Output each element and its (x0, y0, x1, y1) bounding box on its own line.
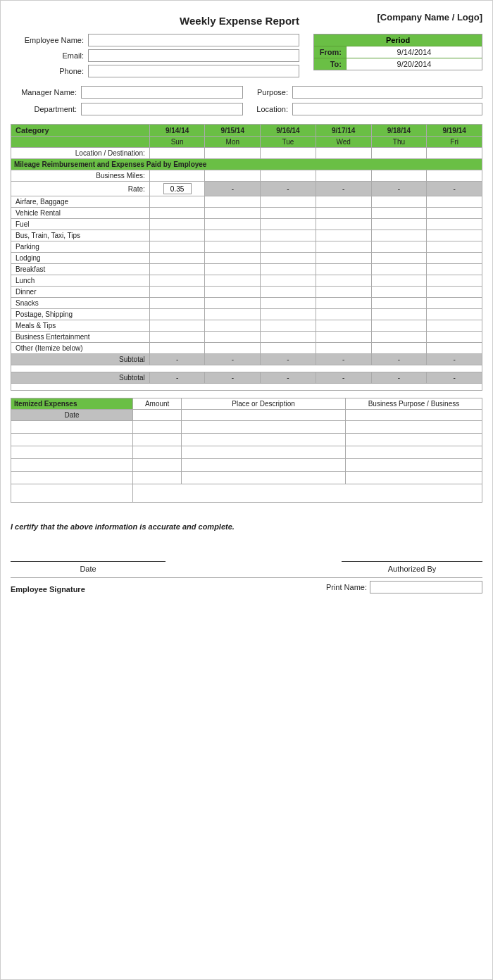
rate-input[interactable] (163, 183, 192, 194)
table-header-days: Sun Mon Tue Wed Thu Fri (11, 137, 482, 148)
day-col-2: Tue (261, 137, 316, 148)
form-left: Employee Name: Email: Phone: (11, 34, 299, 80)
location-input[interactable] (292, 103, 482, 115)
airfare-mon[interactable] (205, 196, 261, 208)
manager-input[interactable] (81, 86, 243, 99)
cat-entertainment: Business Entertainment (11, 332, 150, 343)
loc-sun[interactable] (149, 148, 205, 159)
airfare-wed[interactable] (316, 196, 371, 208)
subtotal-label-1: Subtotal (11, 354, 150, 365)
page-title: Weekly Expense Report (123, 12, 356, 27)
table-row: Breakfast (11, 264, 482, 275)
department-label: Department: (11, 105, 81, 113)
table-row: Bus, Train, Taxi, Tips (11, 230, 482, 241)
table-row: Business Entertainment (11, 332, 482, 343)
table-row: Snacks (11, 298, 482, 309)
day-col-0: Sun (149, 137, 205, 148)
sub2-sun: - (149, 372, 205, 384)
rate-dash-2: - (261, 182, 316, 196)
purpose-input[interactable] (292, 86, 482, 99)
cat-snacks: Snacks (11, 298, 150, 309)
print-name-row: Print Name: (326, 581, 482, 593)
purpose-label: Purpose: (250, 88, 292, 96)
purpose-row: Purpose: (250, 86, 482, 99)
itemized-place-header: Place or Description (182, 398, 346, 410)
itemized-header-row: Itemized Expenses Amount Place or Descri… (11, 398, 482, 410)
print-name-label: Print Name: (326, 583, 367, 591)
expense-table: Category 9/14/14 9/15/14 9/16/14 9/17/14… (11, 124, 482, 391)
sub1-mon: - (205, 354, 261, 365)
airfare-tue[interactable] (261, 196, 316, 208)
email-input[interactable] (88, 49, 299, 62)
sub2-mon: - (205, 372, 261, 384)
loc-tue[interactable] (261, 148, 316, 159)
airfare-sun[interactable] (149, 196, 205, 208)
top-form: Employee Name: Email: Phone: Period From… (11, 34, 482, 80)
airfare-fri[interactable] (427, 196, 482, 208)
cat-lodging: Lodging (11, 253, 150, 264)
table-row: Parking (11, 241, 482, 253)
date-col-4: 9/18/14 (371, 125, 427, 137)
period-box: Period From: 9/14/2014 To: 9/20/2014 (313, 34, 482, 80)
itemized-date-label: Date (11, 410, 133, 421)
header: Weekly Expense Report [Company Name / Lo… (11, 12, 482, 27)
miles-fri[interactable] (427, 170, 482, 182)
employee-sig-line (11, 548, 166, 562)
table-row: Fuel (11, 219, 482, 230)
subtotal-row-2: Subtotal - - - - - - (11, 372, 482, 384)
department-row: Department: (11, 103, 243, 115)
table-row: Dinner (11, 287, 482, 298)
loc-mon[interactable] (205, 148, 261, 159)
authorized-sig-label: Authorized By (342, 565, 482, 573)
cat-other: Other (Itemize below) (11, 343, 150, 354)
miles-mon[interactable] (205, 170, 261, 182)
itemized-header-label: Itemized Expenses (11, 398, 133, 410)
cat-dinner: Dinner (11, 287, 150, 298)
period-to-value[interactable]: 9/20/2014 (346, 58, 482, 70)
miles-tue[interactable] (261, 170, 316, 182)
business-miles-label: Business Miles: (11, 170, 150, 182)
category-header: Category (11, 125, 150, 137)
itemized-table: Itemized Expenses Amount Place or Descri… (11, 398, 482, 503)
sig-label-row: Date Authorized By (11, 565, 482, 573)
phone-input[interactable] (88, 65, 299, 77)
location-row: Location: (250, 103, 482, 115)
date-col-2: 9/16/14 (261, 125, 316, 137)
print-name-input[interactable] (370, 581, 482, 593)
miles-wed[interactable] (316, 170, 371, 182)
airfare-thu[interactable] (371, 196, 427, 208)
rate-row: Rate: - - - - - (11, 182, 482, 196)
period-from-value[interactable]: 9/14/2014 (346, 46, 482, 58)
employee-name-input[interactable] (88, 34, 299, 46)
authorized-sig-line (342, 548, 482, 562)
date-col-0: 9/14/14 (149, 125, 205, 137)
table-row: Airfare, Baggage (11, 196, 482, 208)
certification-text: I certify that the above information is … (11, 515, 482, 535)
miles-sun[interactable] (149, 170, 205, 182)
list-item (11, 459, 482, 472)
loc-wed[interactable] (316, 148, 371, 159)
day-col-3: Wed (316, 137, 371, 148)
sub1-wed: - (316, 354, 371, 365)
rate-dash-3: - (316, 182, 371, 196)
table-row: Other (Itemize below) (11, 343, 482, 354)
company-name: [Company Name / Logo] (356, 12, 482, 23)
mileage-section-header: Mileage Reimbursement and Expenses Paid … (11, 159, 482, 170)
itemized-date-row: Date (11, 410, 482, 421)
location-destination-row: Location / Destination: (11, 148, 482, 159)
table-row: Lodging (11, 253, 482, 264)
bottom-row: Employee Signature Print Name: (11, 577, 482, 593)
loc-fri[interactable] (427, 148, 482, 159)
spacer-row-2 (11, 384, 482, 391)
list-item (11, 434, 482, 446)
rate-input-cell[interactable] (149, 182, 205, 196)
department-input[interactable] (81, 103, 243, 115)
rate-dash-5: - (427, 182, 482, 196)
loc-thu[interactable] (371, 148, 427, 159)
email-label: Email: (11, 51, 88, 60)
manager-label: Manager Name: (11, 88, 81, 96)
list-item (11, 421, 482, 434)
miles-thu[interactable] (371, 170, 427, 182)
table-row: Meals & Tips (11, 320, 482, 332)
date-col-5: 9/19/14 (427, 125, 482, 137)
